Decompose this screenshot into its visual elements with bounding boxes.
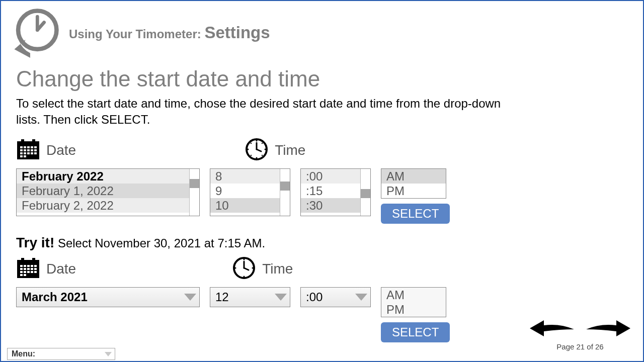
svg-point-60 [235,267,236,268]
header-section: Settings [204,23,270,42]
svg-point-33 [251,155,252,156]
svg-rect-22 [21,139,24,143]
svg-rect-11 [24,149,26,151]
svg-rect-7 [27,146,30,148]
ampm-listbox[interactable]: AM PM [381,168,446,199]
calendar-icon [16,257,40,281]
svg-rect-10 [20,149,23,151]
svg-rect-41 [20,268,23,270]
svg-rect-5 [20,146,23,148]
svg-rect-50 [34,271,37,273]
menu-dropdown[interactable]: Menu: [7,348,115,360]
svg-line-26 [257,149,261,151]
svg-rect-39 [31,265,33,267]
page-indicator: Page 21 of 26 [556,342,603,351]
calendar-icon [16,138,40,162]
list-item[interactable]: :30 [301,198,360,213]
try-it-line: Try it! Select November 30, 2021 at 7:15… [16,235,628,251]
svg-rect-40 [34,265,37,267]
timometer-logo-icon [9,6,61,59]
date-listbox[interactable]: February 2022 February 1, 2022 February … [16,168,200,216]
list-item[interactable]: :15 [301,184,360,198]
date-label-group: Date [16,137,76,163]
svg-rect-44 [31,268,33,270]
hour-dropdown[interactable]: 12 [210,287,290,307]
svg-rect-16 [24,152,26,154]
page-header: Using Your Timometer: Settings [1,1,643,59]
hour-dropdown-value: 12 [215,290,229,304]
list-item[interactable]: :00 [301,169,360,184]
svg-rect-21 [24,155,26,157]
svg-rect-12 [27,149,30,151]
svg-rect-13 [31,149,33,151]
instruction-text: To select the start date and time, chose… [16,96,519,128]
chevron-down-icon [105,352,112,356]
svg-rect-38 [27,265,30,267]
select-button[interactable]: SELECT [381,204,450,224]
svg-point-30 [265,148,266,150]
list-item[interactable]: AM [381,169,446,184]
hour-listbox[interactable]: 8 9 10 [210,168,290,216]
time-label: Time [262,261,293,277]
svg-rect-43 [27,268,30,270]
list-item[interactable]: 8 [210,169,280,184]
svg-rect-51 [20,274,23,276]
date-dropdown[interactable]: March 2021 [16,287,200,307]
minute-dropdown[interactable]: :00 [300,287,371,307]
svg-rect-19 [34,152,37,154]
svg-rect-6 [24,146,26,148]
page-title: Change the start date and time [16,66,628,92]
svg-point-58 [244,258,245,260]
svg-rect-8 [31,146,33,148]
svg-rect-54 [32,258,35,262]
svg-rect-36 [20,265,23,267]
list-item[interactable]: AM [381,288,446,302]
scrollbar[interactable] [360,169,370,216]
svg-rect-49 [31,271,33,273]
list-item[interactable]: 9 [210,184,280,198]
date-label: Date [46,261,76,277]
time-label-group: Time [245,137,305,163]
svg-rect-20 [20,155,23,157]
try-it-label: Try it! [16,235,54,250]
scrollbar[interactable] [189,169,199,216]
minute-listbox[interactable]: :00 :15 :30 [300,168,371,216]
list-item[interactable]: PM [381,302,446,317]
scrollbar[interactable] [280,169,290,216]
list-item[interactable]: PM [381,184,446,198]
select-button[interactable]: SELECT [381,322,450,342]
chevron-down-icon [355,294,367,301]
svg-line-57 [244,268,249,270]
date-dropdown-value: March 2021 [22,290,88,304]
svg-point-59 [244,276,245,277]
ampm-dropdown[interactable]: AM PM [381,287,446,317]
chevron-down-icon [184,294,196,301]
time-label-group-2: Time [232,256,293,282]
list-item[interactable]: 10 [210,198,280,213]
chevron-down-icon [275,294,287,301]
svg-rect-48 [27,271,30,273]
next-page-arrow-icon[interactable] [585,318,630,340]
svg-rect-14 [34,149,37,151]
list-item[interactable]: February 2, 2022 [17,198,189,213]
svg-rect-18 [31,152,33,154]
minute-dropdown-value: :00 [306,290,323,304]
svg-rect-17 [27,152,30,154]
clock-icon [245,137,269,163]
menu-label: Menu: [12,349,35,358]
svg-point-34 [262,155,263,156]
svg-point-29 [248,148,249,150]
header-prefix: Using Your Timometer: [69,27,204,41]
clock-icon [232,256,256,282]
list-item[interactable]: February 1, 2022 [17,184,189,198]
date-label: Date [46,142,76,158]
svg-rect-15 [20,152,23,154]
svg-point-32 [262,143,263,144]
list-item[interactable]: February 2022 [17,169,189,184]
svg-point-28 [256,157,258,158]
prev-page-arrow-icon[interactable] [530,318,575,340]
svg-rect-46 [20,271,23,273]
svg-point-27 [256,140,258,141]
time-label: Time [275,142,305,158]
svg-rect-42 [24,268,26,270]
